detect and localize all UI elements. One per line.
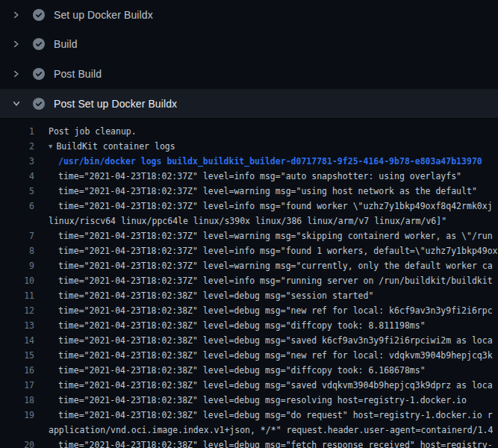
step-label: Set up Docker Buildx: [54, 9, 153, 21]
chevron-right-icon: [10, 38, 22, 50]
log-line-text: time="2021-04-23T18:02:37Z" level=warnin…: [58, 184, 477, 199]
group-toggle-icon[interactable]: ▼: [49, 143, 52, 150]
log-line: 13 time="2021-04-23T18:02:38Z" level=deb…: [0, 318, 498, 333]
line-number-link[interactable]: 14: [0, 333, 34, 348]
log-line-text: time="2021-04-23T18:02:38Z" level=debug …: [58, 333, 493, 348]
log-line-wrapped: linux/riscv64 linux/ppc64le linux/s390x …: [0, 214, 498, 228]
log-line-text: time="2021-04-23T18:02:38Z" level=debug …: [58, 288, 373, 303]
log-line: 20 time="2021-04-23T18:02:38Z" level=deb…: [0, 438, 498, 448]
log-line: 4 time="2021-04-23T18:02:37Z" level=info…: [0, 169, 498, 184]
log-line: 12 time="2021-04-23T18:02:38Z" level=deb…: [0, 303, 498, 318]
log-line: 15 time="2021-04-23T18:02:38Z" level=deb…: [0, 348, 498, 363]
log-line-text: time="2021-04-23T18:02:37Z" level=warnin…: [58, 228, 493, 243]
step-label: Build: [54, 38, 78, 50]
step-row-set-up-docker-buildx[interactable]: Set up Docker Buildx: [0, 0, 498, 30]
check-circle-icon: [33, 68, 45, 80]
log-line-text: time="2021-04-23T18:02:38Z" level=debug …: [58, 303, 493, 318]
line-number-link[interactable]: 10: [0, 273, 34, 288]
step-label: Post Build: [54, 68, 102, 80]
line-number-link[interactable]: 12: [0, 303, 34, 318]
line-number-link[interactable]: 7: [0, 228, 34, 243]
line-number-link[interactable]: 2: [0, 139, 34, 154]
log-line-text: Post job cleanup.: [49, 124, 137, 139]
chevron-right-icon: [10, 9, 22, 21]
log-line-text: linux/riscv64 linux/ppc64le linux/s390x …: [49, 214, 446, 228]
line-number-link[interactable]: 16: [0, 363, 34, 378]
step-row-post-build[interactable]: Post Build: [0, 59, 498, 89]
line-number-link[interactable]: 19: [0, 408, 34, 423]
line-number-link[interactable]: 11: [0, 288, 34, 303]
log-line: 7 time="2021-04-23T18:02:37Z" level=warn…: [0, 228, 498, 243]
log-line-text: ▼BuildKit container logs: [49, 139, 175, 154]
log-line-text: time="2021-04-23T18:02:37Z" level=warnin…: [58, 258, 493, 273]
log-line: 8 time="2021-04-23T18:02:37Z" level=info…: [0, 243, 498, 258]
log-line-text: time="2021-04-23T18:02:38Z" level=debug …: [58, 363, 426, 378]
line-number-link[interactable]: 4: [0, 169, 34, 184]
log-line: 14 time="2021-04-23T18:02:38Z" level=deb…: [0, 333, 498, 348]
log-line-text: application/vnd.oci.image.index.v1+json,…: [49, 423, 493, 438]
log-line-wrapped: application/vnd.oci.image.index.v1+json,…: [0, 423, 498, 438]
log-line: 17 time="2021-04-23T18:02:38Z" level=deb…: [0, 378, 498, 393]
line-number-link[interactable]: 9: [0, 258, 34, 273]
log-line-text: time="2021-04-23T18:02:38Z" level=debug …: [58, 378, 493, 393]
chevron-down-icon: [10, 98, 22, 110]
line-number-link[interactable]: 20: [0, 438, 34, 448]
line-number-link[interactable]: 8: [0, 243, 34, 258]
log-line: 18 time="2021-04-23T18:02:38Z" level=deb…: [0, 393, 498, 408]
log-line: 5 time="2021-04-23T18:02:37Z" level=warn…: [0, 184, 498, 199]
log-line-text: time="2021-04-23T18:02:37Z" level=info m…: [58, 199, 493, 214]
line-number-link[interactable]: 3: [0, 154, 34, 169]
log-line-text: time="2021-04-23T18:02:37Z" level=info m…: [58, 243, 498, 258]
log-line: 6 time="2021-04-23T18:02:37Z" level=info…: [0, 199, 498, 214]
line-number-link[interactable]: 17: [0, 378, 34, 393]
step-row-build[interactable]: Build: [0, 30, 498, 60]
log-line-text: /usr/bin/docker logs buildx_buildkit_bui…: [58, 154, 482, 169]
log-line: 19 time="2021-04-23T18:02:38Z" level=deb…: [0, 408, 498, 423]
log-line: 1 Post job cleanup.: [0, 124, 498, 139]
log-line-text: time="2021-04-23T18:02:38Z" level=debug …: [58, 408, 493, 423]
log-output: 1 Post job cleanup. 2 ▼BuildKit containe…: [0, 118, 498, 448]
chevron-right-icon: [10, 68, 22, 80]
line-number-link[interactable]: [0, 423, 34, 438]
log-line-text: time="2021-04-23T18:02:37Z" level=info m…: [58, 169, 461, 184]
check-circle-icon: [33, 9, 45, 21]
log-line: 11 time="2021-04-23T18:02:38Z" level=deb…: [0, 288, 498, 303]
log-line-text: time="2021-04-23T18:02:38Z" level=debug …: [58, 393, 467, 408]
log-line: 2 ▼BuildKit container logs: [0, 139, 498, 154]
line-number-link[interactable]: 13: [0, 318, 34, 333]
log-line: 9 time="2021-04-23T18:02:37Z" level=warn…: [0, 258, 498, 273]
log-line: 16 time="2021-04-23T18:02:38Z" level=deb…: [0, 363, 498, 378]
check-circle-icon: [33, 38, 45, 50]
actions-log-viewer: Set up Docker Buildx Build P: [0, 0, 498, 448]
log-line: 10 time="2021-04-23T18:02:37Z" level=inf…: [0, 273, 498, 288]
log-line-command: 3 /usr/bin/docker logs buildx_buildkit_b…: [0, 154, 498, 169]
log-line-text: time="2021-04-23T18:02:38Z" level=debug …: [58, 318, 426, 333]
line-number-link[interactable]: 5: [0, 184, 34, 199]
log-line-text: time="2021-04-23T18:02:37Z" level=info m…: [58, 273, 493, 288]
log-line-text: time="2021-04-23T18:02:38Z" level=debug …: [58, 438, 493, 448]
log-line-text: time="2021-04-23T18:02:38Z" level=debug …: [58, 348, 493, 363]
step-row-post-set-up-docker-buildx[interactable]: Post Set up Docker Buildx: [0, 89, 498, 119]
line-number-link[interactable]: [0, 214, 34, 228]
line-number-link[interactable]: 6: [0, 199, 34, 214]
step-label: Post Set up Docker Buildx: [54, 98, 177, 110]
check-circle-icon: [33, 98, 45, 110]
line-number-link[interactable]: 1: [0, 124, 34, 139]
step-list: Set up Docker Buildx Build P: [0, 0, 498, 118]
line-number-link[interactable]: 18: [0, 393, 34, 408]
line-number-link[interactable]: 15: [0, 348, 34, 363]
